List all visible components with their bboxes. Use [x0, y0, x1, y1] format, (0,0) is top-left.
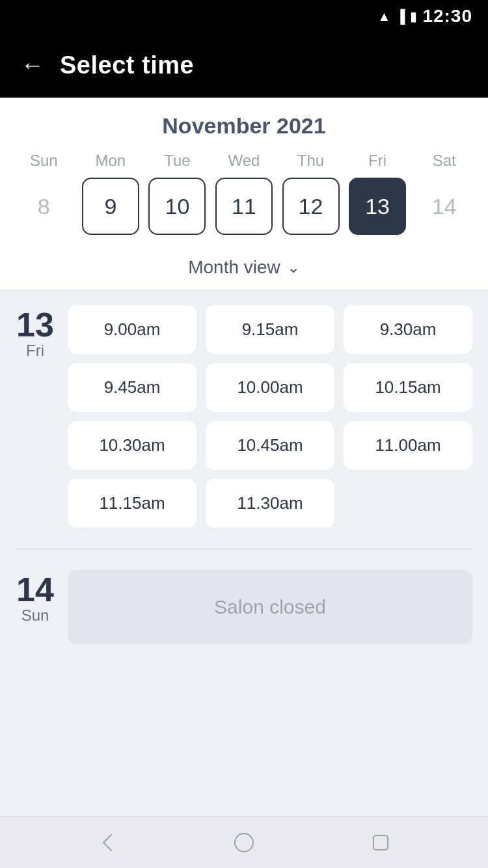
month-view-toggle[interactable]: Month view ⌄	[10, 248, 478, 290]
nav-recents-button[interactable]	[368, 830, 394, 856]
slot-1130am[interactable]: 11.30am	[206, 479, 334, 528]
signal-icon: ▐	[396, 9, 405, 24]
date-14[interactable]: 14	[416, 178, 473, 235]
calendar-section: November 2021 Sun Mon Tue Wed Thu Fri Sa…	[0, 98, 488, 290]
wifi-icon: ▲	[377, 9, 390, 24]
slot-1045am[interactable]: 10.45am	[206, 421, 334, 470]
date-cell-11: 11	[211, 178, 278, 235]
date-13[interactable]: 13	[349, 178, 406, 235]
slot-1030am[interactable]: 10.30am	[68, 421, 197, 470]
status-bar: ▲ ▐ ▮ 12:30	[0, 0, 488, 33]
weekday-thu: Thu	[277, 152, 344, 170]
weekday-wed: Wed	[211, 152, 278, 170]
slot-945am[interactable]: 9.45am	[68, 363, 197, 412]
nav-back-button[interactable]	[94, 830, 120, 856]
status-time: 12:30	[422, 6, 472, 27]
weekday-mon: Mon	[77, 152, 144, 170]
weekday-sat: Sat	[411, 152, 478, 170]
slot-915am[interactable]: 9.15am	[206, 305, 334, 354]
slot-930am[interactable]: 9.30am	[344, 305, 472, 354]
home-nav-icon	[231, 830, 257, 856]
day-block-13: 13 Fri 9.00am 9.15am 9.30am 9.45am 10.00…	[16, 305, 472, 528]
day-name-13: Fri	[26, 342, 44, 360]
section-divider	[16, 549, 472, 549]
slot-1000am[interactable]: 10.00am	[206, 363, 334, 412]
day-name-14: Sun	[21, 606, 49, 625]
slots-grid-13: 9.00am 9.15am 9.30am 9.45am 10.00am 10.1…	[68, 305, 472, 528]
slot-1100am[interactable]: 11.00am	[344, 421, 472, 470]
salon-closed-panel: Salon closed	[68, 570, 472, 644]
slot-1115am[interactable]: 11.15am	[68, 479, 197, 528]
header: ← Select time	[0, 33, 488, 98]
weekday-tue: Tue	[144, 152, 211, 170]
dates-row: 8 9 10 11 12 13 14	[10, 178, 478, 235]
date-cell-9: 9	[77, 178, 144, 235]
month-label: November 2021	[10, 113, 478, 139]
bottom-nav	[0, 816, 488, 868]
chevron-down-icon: ⌄	[287, 258, 300, 277]
back-button[interactable]: ←	[21, 53, 44, 77]
svg-rect-1	[373, 835, 388, 850]
date-12[interactable]: 12	[282, 178, 340, 235]
status-icons: ▲ ▐ ▮ 12:30	[377, 6, 472, 27]
day-number-13: 13	[16, 308, 54, 342]
slot-1015am[interactable]: 10.15am	[344, 363, 472, 412]
day-block-14: 14 Sun Salon closed	[16, 570, 472, 644]
salon-closed-label: Salon closed	[214, 596, 326, 618]
month-view-label: Month view	[188, 257, 280, 278]
battery-icon: ▮	[410, 8, 417, 24]
date-8[interactable]: 8	[15, 178, 72, 235]
day-label-13: 13 Fri	[16, 305, 55, 528]
date-cell-13: 13	[344, 178, 411, 235]
date-cell-10: 10	[144, 178, 211, 235]
weekday-sun: Sun	[10, 152, 77, 170]
page-title: Select time	[60, 51, 194, 79]
back-nav-icon	[94, 830, 120, 856]
day-number-14: 14	[16, 573, 54, 606]
date-11[interactable]: 11	[215, 178, 273, 235]
date-cell-12: 12	[277, 178, 344, 235]
weekdays-row: Sun Mon Tue Wed Thu Fri Sat	[10, 152, 478, 170]
date-cell-8: 8	[10, 178, 77, 235]
date-cell-14: 14	[411, 178, 478, 235]
weekday-fri: Fri	[344, 152, 411, 170]
recents-nav-icon	[368, 830, 394, 856]
svg-point-0	[235, 834, 253, 852]
nav-home-button[interactable]	[231, 830, 257, 856]
time-slots-section: 13 Fri 9.00am 9.15am 9.30am 9.45am 10.00…	[0, 290, 488, 816]
date-9[interactable]: 9	[82, 178, 139, 235]
date-10[interactable]: 10	[148, 178, 206, 235]
day-label-14: 14 Sun	[16, 570, 55, 644]
slot-900am[interactable]: 9.00am	[68, 305, 197, 354]
